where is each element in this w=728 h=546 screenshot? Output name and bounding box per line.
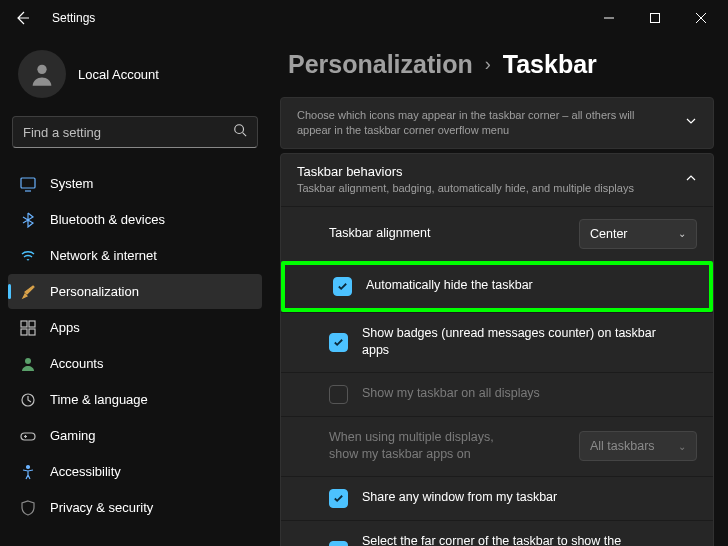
chevron-up-icon xyxy=(685,172,697,187)
breadcrumb-current: Taskbar xyxy=(503,50,597,79)
nav-gaming[interactable]: Gaming xyxy=(8,418,262,453)
svg-rect-10 xyxy=(21,433,35,440)
close-icon xyxy=(696,13,706,23)
apps-icon xyxy=(20,320,36,336)
svg-point-1 xyxy=(37,65,46,74)
accounts-icon xyxy=(20,356,36,372)
back-button[interactable] xyxy=(12,8,32,28)
behaviors-title: Taskbar behaviors xyxy=(297,164,634,179)
arrow-left-icon xyxy=(14,10,30,26)
window-controls xyxy=(586,0,724,36)
nav-label: Privacy & security xyxy=(50,500,153,515)
alignment-label: Taskbar alignment xyxy=(329,225,565,243)
nav-label: Accounts xyxy=(50,356,103,371)
far-corner-row[interactable]: Select the far corner of the taskbar to … xyxy=(281,520,713,546)
alignment-dropdown[interactable]: Center ⌄ xyxy=(579,219,697,249)
main-area: Local Account System Bluetooth & devices… xyxy=(0,36,728,546)
maximize-icon xyxy=(650,13,660,23)
breadcrumb: Personalization › Taskbar xyxy=(280,36,714,97)
alignment-value: Center xyxy=(590,227,628,241)
all-displays-label: Show my taskbar on all displays xyxy=(362,385,540,403)
chevron-down-icon xyxy=(685,115,697,130)
search-icon xyxy=(233,123,247,141)
svg-point-11 xyxy=(27,465,30,468)
svg-rect-7 xyxy=(29,329,35,335)
user-block[interactable]: Local Account xyxy=(8,36,262,116)
nav-accessibility[interactable]: Accessibility xyxy=(8,454,262,489)
bluetooth-icon xyxy=(20,212,36,228)
auto-hide-label: Automatically hide the taskbar xyxy=(366,277,533,295)
behaviors-list: Taskbar alignment Center ⌄ Automatically… xyxy=(281,206,713,546)
svg-rect-0 xyxy=(651,14,660,23)
badges-checkbox[interactable] xyxy=(329,333,348,352)
share-row[interactable]: Share any window from my taskbar xyxy=(281,476,713,520)
badges-row[interactable]: Show badges (unread messages counter) on… xyxy=(281,312,713,372)
nav-network[interactable]: Network & internet xyxy=(8,238,262,273)
corner-icons-card[interactable]: Choose which icons may appear in the tas… xyxy=(280,97,714,149)
nav-system[interactable]: System xyxy=(8,166,262,201)
behaviors-card: Taskbar behaviors Taskbar alignment, bad… xyxy=(280,153,714,546)
far-corner-label: Select the far corner of the taskbar to … xyxy=(362,533,662,546)
minimize-button[interactable] xyxy=(586,0,632,36)
nav-list: System Bluetooth & devices Network & int… xyxy=(8,166,262,525)
accessibility-icon xyxy=(20,464,36,480)
all-displays-checkbox xyxy=(329,385,348,404)
shield-icon xyxy=(20,500,36,516)
badges-label: Show badges (unread messages counter) on… xyxy=(362,325,662,360)
gaming-icon xyxy=(20,428,36,444)
svg-rect-3 xyxy=(21,178,35,188)
svg-point-8 xyxy=(25,358,31,364)
highlight-annotation: Automatically hide the taskbar xyxy=(281,261,713,312)
breadcrumb-parent[interactable]: Personalization xyxy=(288,50,473,79)
behaviors-header[interactable]: Taskbar behaviors Taskbar alignment, bad… xyxy=(281,154,713,206)
nav-time[interactable]: Time & language xyxy=(8,382,262,417)
nav-label: Gaming xyxy=(50,428,96,443)
titlebar-left: Settings xyxy=(12,8,95,28)
avatar xyxy=(18,50,66,98)
corner-icons-subtitle: Choose which icons may appear in the tas… xyxy=(297,108,637,138)
user-icon xyxy=(28,60,56,88)
search-input[interactable] xyxy=(23,125,233,140)
multi-displays-dropdown: All taskbars ⌄ xyxy=(579,431,697,461)
window-title: Settings xyxy=(52,11,95,25)
svg-point-2 xyxy=(235,125,244,134)
svg-rect-4 xyxy=(21,321,27,327)
maximize-button[interactable] xyxy=(632,0,678,36)
clock-icon xyxy=(20,392,36,408)
user-name: Local Account xyxy=(78,67,159,82)
share-checkbox[interactable] xyxy=(329,489,348,508)
nav-label: Bluetooth & devices xyxy=(50,212,165,227)
chevron-right-icon: › xyxy=(485,54,491,75)
nav-privacy[interactable]: Privacy & security xyxy=(8,490,262,525)
multi-displays-row: When using multiple displays, show my ta… xyxy=(281,416,713,476)
nav-label: Network & internet xyxy=(50,248,157,263)
minimize-icon xyxy=(604,13,614,23)
wifi-icon xyxy=(20,248,36,264)
nav-bluetooth[interactable]: Bluetooth & devices xyxy=(8,202,262,237)
paintbrush-icon xyxy=(20,284,36,300)
nav-label: Time & language xyxy=(50,392,148,407)
search-wrap xyxy=(8,116,262,166)
far-corner-checkbox[interactable] xyxy=(329,541,348,546)
chevron-down-icon: ⌄ xyxy=(678,228,686,239)
close-button[interactable] xyxy=(678,0,724,36)
nav-label: System xyxy=(50,176,93,191)
chevron-down-icon: ⌄ xyxy=(678,441,686,452)
system-icon xyxy=(20,176,36,192)
behaviors-subtitle: Taskbar alignment, badging, automaticall… xyxy=(297,181,634,196)
svg-rect-5 xyxy=(29,321,35,327)
auto-hide-row[interactable]: Automatically hide the taskbar xyxy=(285,265,709,308)
multi-displays-value: All taskbars xyxy=(590,439,655,453)
content: Personalization › Taskbar Choose which i… xyxy=(270,36,728,546)
nav-accounts[interactable]: Accounts xyxy=(8,346,262,381)
titlebar: Settings xyxy=(0,0,728,36)
search-box[interactable] xyxy=(12,116,258,148)
nav-label: Personalization xyxy=(50,284,139,299)
nav-label: Accessibility xyxy=(50,464,121,479)
nav-label: Apps xyxy=(50,320,80,335)
all-displays-row: Show my taskbar on all displays xyxy=(281,372,713,416)
content-scroll: Choose which icons may appear in the tas… xyxy=(280,97,714,546)
nav-personalization[interactable]: Personalization xyxy=(8,274,262,309)
auto-hide-checkbox[interactable] xyxy=(333,277,352,296)
nav-apps[interactable]: Apps xyxy=(8,310,262,345)
